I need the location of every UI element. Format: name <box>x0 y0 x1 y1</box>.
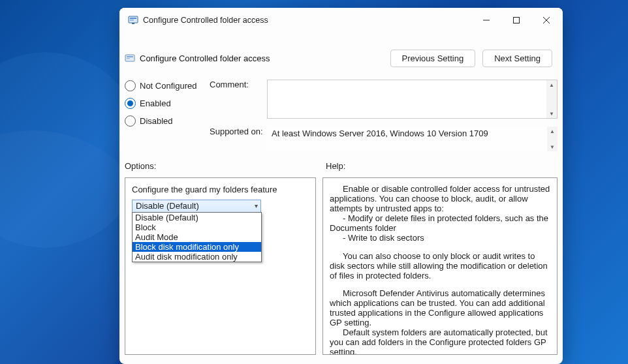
radio-label: Enabled <box>140 99 171 108</box>
dropdown-option[interactable]: Block <box>133 222 261 232</box>
radio-enabled[interactable]: Enabled <box>125 98 210 109</box>
svg-rect-5 <box>514 18 520 23</box>
scroll-down-icon[interactable]: ▼ <box>547 142 557 151</box>
dialog-window: Configure Controlled folder access Confi… <box>119 8 563 364</box>
svg-rect-10 <box>127 58 130 59</box>
dropdown-list: Disable (Default) Block Audit Mode Block… <box>132 212 262 262</box>
comment-textarea[interactable]: ▲ ▼ <box>267 80 557 119</box>
radio-disabled[interactable]: Disabled <box>125 115 210 127</box>
help-bullet: - Write to disk sectors <box>330 234 550 243</box>
scroll-up-icon[interactable]: ▲ <box>547 127 557 136</box>
policy-title: Configure Controlled folder access <box>140 53 390 63</box>
options-panel: Configure the guard my folders feature D… <box>125 177 316 355</box>
radio-icon <box>125 98 136 109</box>
close-button[interactable] <box>531 10 561 30</box>
window-title: Configure Controlled folder access <box>143 16 471 25</box>
previous-setting-button[interactable]: Previous Setting <box>390 50 476 67</box>
scroll-down-icon[interactable]: ▼ <box>546 109 557 118</box>
svg-rect-3 <box>132 23 134 24</box>
supported-on-value: At least Windows Server 2016, Windows 10… <box>272 129 488 138</box>
options-section-label: Options: <box>125 161 326 171</box>
maximize-button[interactable] <box>501 10 531 30</box>
help-section-label: Help: <box>326 161 345 171</box>
radio-icon <box>125 80 136 91</box>
scroll-up-icon[interactable]: ▲ <box>546 80 557 89</box>
svg-rect-2 <box>130 20 134 21</box>
dropdown-option-highlighted[interactable]: Block disk modification only <box>133 242 261 252</box>
svg-rect-1 <box>130 18 136 19</box>
dropdown-selected-value: Disable (Default) <box>136 201 199 211</box>
radio-icon <box>125 115 136 127</box>
help-paragraph: Default system folders are automatically… <box>330 328 550 355</box>
feature-label: Configure the guard my folders feature <box>132 185 309 194</box>
chevron-down-icon: ▾ <box>255 202 258 209</box>
policy-header-icon <box>125 53 135 64</box>
supported-on-box: At least Windows Server 2016, Windows 10… <box>267 127 557 151</box>
help-paragraph: Microsoft Defender Antivirus automatical… <box>330 289 550 328</box>
radio-label: Not Configured <box>140 81 196 91</box>
help-paragraph: You can also choose to only block or aud… <box>330 252 550 281</box>
radio-not-configured[interactable]: Not Configured <box>125 80 210 91</box>
radio-label: Disabled <box>140 116 173 126</box>
titlebar[interactable]: Configure Controlled folder access <box>119 8 563 33</box>
dropdown-option[interactable]: Audit disk modification only <box>133 252 261 262</box>
dropdown-option[interactable]: Disable (Default) <box>133 213 261 222</box>
dropdown-option[interactable]: Audit Mode <box>133 232 261 242</box>
help-paragraph: Enable or disable controlled folder acce… <box>330 185 550 214</box>
next-setting-button[interactable]: Next Setting <box>482 50 552 67</box>
svg-rect-9 <box>127 56 133 57</box>
help-panel: Enable or disable controlled folder acce… <box>322 177 557 355</box>
comment-label: Comment: <box>210 80 264 119</box>
minimize-button[interactable] <box>471 10 501 30</box>
help-bullet: - Modify or delete files in protected fo… <box>330 214 550 234</box>
scrollbar[interactable]: ▲ ▼ <box>546 80 557 118</box>
scrollbar[interactable]: ▲ ▼ <box>547 127 557 151</box>
policy-icon <box>128 15 138 25</box>
supported-label: Supported on: <box>210 127 264 151</box>
